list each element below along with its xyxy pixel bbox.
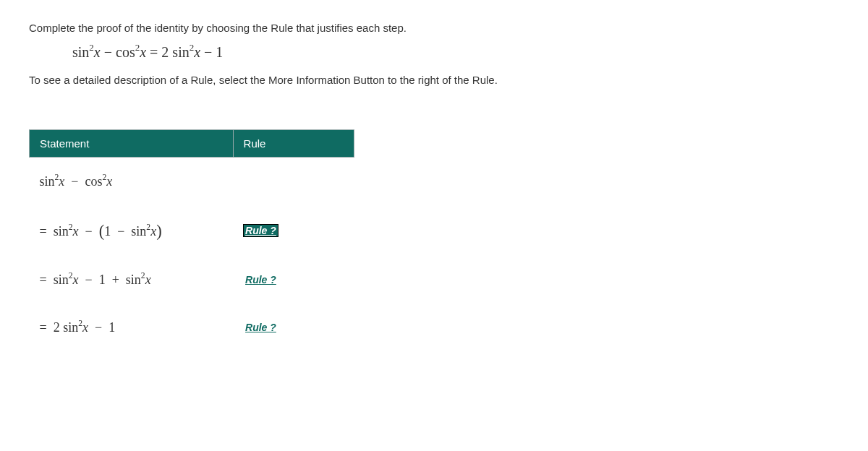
proof-row: = sin2x − (1 − sin2x)Rule ? — [30, 205, 354, 256]
main-equation: sin2x − cos2x = 2 sin2x − 1 — [72, 43, 839, 61]
statement-cell: sin2x − cos2x — [30, 157, 234, 205]
rule-cell — [233, 157, 354, 205]
rule-dropdown[interactable]: Rule ? — [243, 321, 278, 334]
statement-cell: = sin2x − 1 + sin2x — [30, 256, 234, 304]
header-statement: Statement — [30, 129, 234, 157]
proof-row: = sin2x − 1 + sin2xRule ? — [30, 256, 354, 304]
instruction-line-2: To see a detailed description of a Rule,… — [29, 74, 839, 86]
statement-cell: = 2 sin2x − 1 — [30, 304, 234, 351]
proof-table: Statement Rule sin2x − cos2x= sin2x − (1… — [29, 129, 354, 351]
header-rule: Rule — [233, 129, 354, 157]
rule-dropdown[interactable]: Rule ? — [243, 224, 278, 237]
proof-row: = 2 sin2x − 1Rule ? — [30, 304, 354, 351]
rule-dropdown[interactable]: Rule ? — [243, 273, 278, 286]
rule-cell: Rule ? — [233, 205, 354, 256]
rule-cell: Rule ? — [233, 256, 354, 304]
rule-cell: Rule ? — [233, 304, 354, 351]
instruction-line-1: Complete the proof of the identity by ch… — [29, 22, 839, 34]
statement-cell: = sin2x − (1 − sin2x) — [30, 205, 234, 256]
proof-row: sin2x − cos2x — [30, 157, 354, 205]
proof-body: sin2x − cos2x= sin2x − (1 − sin2x)Rule ?… — [30, 157, 354, 351]
